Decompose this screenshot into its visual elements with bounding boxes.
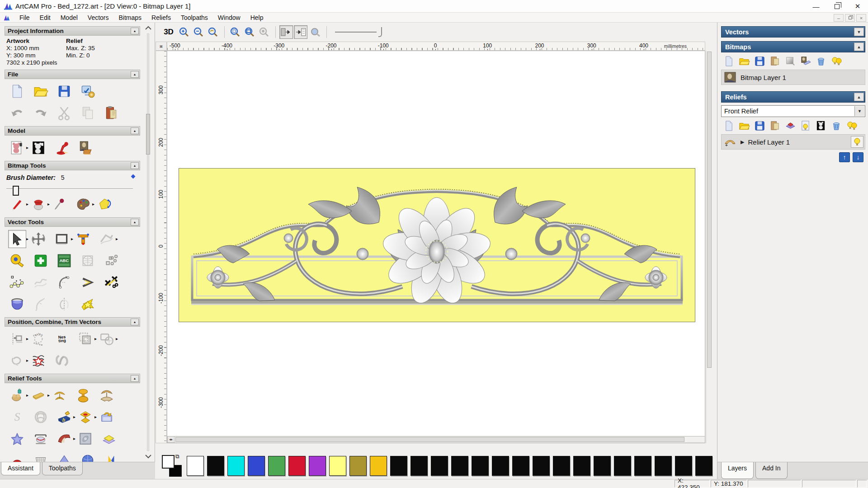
flood-fill-button[interactable]: [29, 195, 47, 213]
dropdown-caret-icon[interactable]: ▸: [116, 330, 118, 348]
scrollbar-thumb[interactable]: [146, 114, 150, 155]
dropdown-caret-icon[interactable]: ▸: [94, 330, 97, 348]
new-bitmap-layer-button[interactable]: [721, 54, 736, 68]
wrap-text-button[interactable]: [79, 252, 97, 270]
paint-brush-button[interactable]: [8, 195, 26, 213]
palette-swatch[interactable]: [410, 456, 428, 476]
paste-button[interactable]: [102, 104, 120, 122]
collapse-arrow-icon[interactable]: ▲: [854, 93, 864, 101]
palette-swatch[interactable]: [553, 456, 570, 476]
hscroll-left-icon[interactable]: ◂▸: [167, 436, 175, 443]
2d-view[interactable]: ◂▸: [167, 51, 705, 443]
tab-add-in[interactable]: Add In: [755, 462, 787, 479]
scroll-up-icon[interactable]: [144, 23, 153, 33]
toggle-bitmap-view-button[interactable]: [279, 25, 293, 39]
reliefs-header[interactable]: Reliefs ▲: [721, 91, 865, 103]
collapse-arrow-icon[interactable]: ▲: [131, 375, 139, 382]
load-replace-relief-button[interactable]: [98, 408, 116, 426]
palette-swatch[interactable]: [187, 456, 204, 476]
invert-model-button[interactable]: [29, 139, 47, 157]
delete-bitmap-button[interactable]: [813, 54, 829, 68]
node-editing-button[interactable]: [32, 252, 50, 270]
create-polyline-nodes-button[interactable]: [8, 273, 26, 291]
scroll-down-icon[interactable]: [144, 452, 153, 461]
dropdown-caret-icon[interactable]: ▸: [47, 195, 50, 213]
edit-model-button[interactable]: [8, 139, 26, 157]
expand-layer-icon[interactable]: ▶: [741, 139, 744, 145]
mdi-minimize-button[interactable]: –: [834, 14, 844, 22]
create-arc-button[interactable]: [55, 273, 73, 291]
zoom-in-button[interactable]: [177, 25, 191, 39]
create-text-block-button[interactable]: ABC: [55, 252, 73, 270]
bitmaps-header[interactable]: Bitmaps ▲: [721, 41, 865, 52]
collapse-arrow-icon[interactable]: ▲: [854, 42, 864, 51]
measure-tool-button[interactable]: [8, 252, 26, 270]
open-relief-button[interactable]: [736, 119, 752, 132]
palette-swatch[interactable]: [451, 456, 468, 476]
dropdown-caret-icon[interactable]: ▸: [26, 386, 28, 404]
dropdown-caret-icon[interactable]: ▸: [71, 230, 73, 248]
weld-vectors-button[interactable]: [98, 330, 116, 348]
vectors-header[interactable]: Vectors ▼: [721, 26, 865, 38]
interlock-vectors-button[interactable]: [53, 352, 71, 370]
open-bitmap-button[interactable]: [736, 54, 752, 68]
wrap-relief-button[interactable]: [32, 430, 50, 448]
save-relief-button[interactable]: [752, 119, 767, 132]
assistant-scrollbar[interactable]: [144, 23, 153, 461]
menu-window[interactable]: Window: [213, 14, 245, 22]
collapse-arrow-icon[interactable]: ▲: [131, 319, 139, 325]
extrude-button[interactable]: [74, 386, 92, 404]
create-text-button[interactable]: [74, 230, 92, 248]
palette-swatch[interactable]: [207, 456, 224, 476]
palette-swatch[interactable]: [492, 456, 509, 476]
greyscale-lamp-button[interactable]: [53, 139, 71, 157]
offset-vector-button[interactable]: [79, 273, 97, 291]
colour-palette-button[interactable]: [74, 195, 92, 213]
text-on-curve-button[interactable]: t e x to nc u r v e: [29, 330, 47, 348]
menu-toolpaths[interactable]: Toolpaths: [176, 14, 213, 22]
palette-swatch[interactable]: [349, 456, 367, 476]
zoom-out-button[interactable]: [192, 25, 205, 39]
create-polyline-button[interactable]: [98, 230, 116, 248]
slider-handle[interactable]: [13, 186, 19, 196]
new-model-button[interactable]: [8, 82, 26, 100]
save-bitmap-button[interactable]: [752, 54, 767, 68]
toggle-vector-view-button[interactable]: [294, 25, 307, 39]
expand-arrow-icon[interactable]: ▼: [854, 28, 864, 36]
toggle-all-visible-button[interactable]: [844, 119, 859, 132]
contrast-slider[interactable]: [335, 26, 385, 38]
dropdown-caret-icon[interactable]: ▸: [26, 139, 28, 157]
undo-button[interactable]: [8, 104, 26, 122]
palette-swatch[interactable]: [370, 456, 387, 476]
collapse-arrow-icon[interactable]: ▲: [131, 162, 139, 169]
emboss-relief-button[interactable]: [76, 430, 94, 448]
vertical-scrollbar[interactable]: [706, 51, 712, 443]
dropdown-caret-icon[interactable]: ▸: [92, 195, 94, 213]
collapse-arrow-icon[interactable]: ▲: [131, 127, 139, 134]
delete-relief-button[interactable]: [829, 119, 844, 132]
group-vectors-button[interactable]: [76, 330, 94, 348]
free-sketch-button[interactable]: [32, 273, 50, 291]
create-rectangle-button[interactable]: [53, 230, 71, 248]
collapse-arrow-icon[interactable]: ▲: [131, 219, 139, 225]
open-model-button[interactable]: [32, 82, 50, 100]
palette-swatch[interactable]: [573, 456, 590, 476]
paste-bitmap-button[interactable]: [767, 54, 783, 68]
mdi-close-button[interactable]: ×: [856, 14, 866, 22]
select-vectors-button[interactable]: [8, 230, 26, 248]
dropdown-caret-icon[interactable]: ▸: [26, 230, 28, 248]
palette-swatch[interactable]: [533, 456, 550, 476]
dropdown-caret-icon[interactable]: ▸: [73, 408, 75, 426]
create-shape-button[interactable]: [29, 386, 47, 404]
relief-select[interactable]: Front Relief ▼: [721, 105, 865, 117]
relief-layer-row[interactable]: + ▶ Relief Layer 1: [721, 134, 865, 150]
redo-button[interactable]: [32, 104, 50, 122]
star-wizard-button[interactable]: [8, 430, 26, 448]
palette-swatch[interactable]: [329, 456, 346, 476]
cut-button[interactable]: [55, 104, 73, 122]
palette-swatch[interactable]: [472, 456, 489, 476]
collapse-arrow-icon[interactable]: ▲: [131, 28, 139, 34]
palette-swatch[interactable]: [288, 456, 306, 476]
close-button[interactable]: ✕: [847, 0, 868, 13]
fade-relief-button[interactable]: [55, 430, 73, 448]
